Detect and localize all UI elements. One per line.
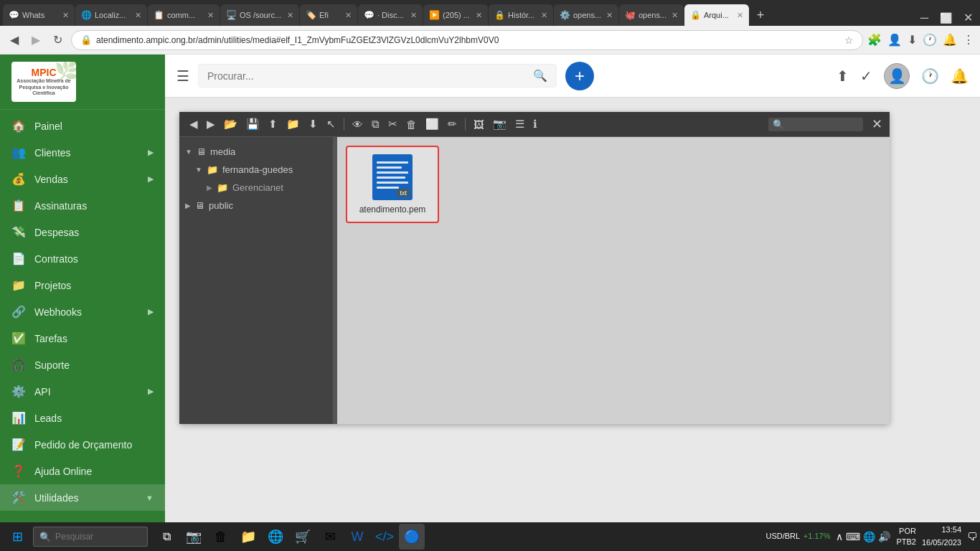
tab-disc[interactable]: 💬 · Disc... ✕ — [358, 4, 423, 26]
fm-cut-button[interactable]: ✂ — [385, 116, 400, 132]
fm-search-input[interactable] — [787, 119, 859, 129]
fm-save-button[interactable]: 💾 — [243, 116, 263, 132]
taskbar-app-store[interactable]: 🛒 — [290, 524, 316, 550]
tab-close-icon[interactable]: ✕ — [672, 11, 678, 20]
taskbar-app-vscode[interactable]: </> — [372, 524, 397, 550]
fm-back-button[interactable]: ◀ — [187, 116, 201, 132]
fm-view-button[interactable]: 👁 — [349, 117, 366, 132]
fm-folder-open-button[interactable]: 📂 — [221, 116, 240, 132]
sidebar-item-ajuda[interactable]: ❓ Ajuda Online — [0, 458, 165, 484]
fm-pointer-button[interactable]: ↖ — [324, 116, 339, 132]
app-search-input[interactable] — [207, 70, 527, 82]
menu-icon[interactable]: ⋮ — [963, 33, 974, 47]
taskbar-app-browser[interactable]: 🔵 — [399, 524, 425, 550]
taskbar-app-taskview[interactable]: ⧉ — [154, 524, 179, 550]
hamburger-button[interactable]: ☰ — [176, 67, 189, 85]
restore-button[interactable]: ⬜ — [936, 11, 956, 25]
taskbar-search-bar[interactable]: 🔍 — [33, 527, 148, 547]
tab-os[interactable]: 🖥️ OS /sourc... ✕ — [220, 4, 299, 26]
new-tab-button[interactable]: + — [750, 4, 771, 26]
taskbar-search-input[interactable] — [55, 532, 127, 542]
sidebar-item-assinaturas[interactable]: 📋 Assinaturas — [0, 192, 165, 219]
taskbar-app-edge[interactable]: 🌐 — [263, 524, 288, 550]
taskbar-app-files[interactable]: 📁 — [235, 524, 261, 550]
fm-rename-button[interactable]: ✏ — [445, 116, 460, 132]
share-icon[interactable]: ⬆ — [837, 67, 849, 85]
sidebar-item-painel[interactable]: 🏠 Painel — [0, 113, 165, 139]
tab-efi[interactable]: 🏷️ Efi ✕ — [300, 4, 357, 26]
taskbar-app-trash[interactable]: 🗑 — [208, 524, 234, 550]
tab-close-icon[interactable]: ✕ — [287, 11, 293, 20]
extensions-icon[interactable]: 🧩 — [867, 33, 882, 47]
sidebar-item-clientes[interactable]: 👥 Clientes ▶ — [0, 139, 165, 166]
taskbar-app-word[interactable]: W — [344, 524, 370, 550]
tab-opens1[interactable]: ⚙️ opens... ✕ — [554, 4, 618, 26]
sync-icon[interactable]: ⬇ — [908, 33, 917, 47]
taskbar-app-mail[interactable]: ✉ — [317, 524, 343, 550]
fm-tree-item-public[interactable]: ▶ 🖥 public — [179, 197, 333, 215]
sidebar-item-contratos[interactable]: 📄 Contratos — [0, 245, 165, 272]
clock-icon[interactable]: 🕐 — [921, 67, 939, 85]
forward-button[interactable]: ▶ — [27, 30, 44, 50]
tab-close-icon[interactable]: ✕ — [410, 11, 417, 20]
avatar[interactable]: 👤 — [884, 63, 910, 89]
tab-local[interactable]: 🌐 Localiz... ✕ — [75, 4, 147, 26]
taskbar-app-camera[interactable]: 📷 — [181, 524, 207, 550]
back-button[interactable]: ◀ — [6, 30, 23, 50]
address-bar[interactable]: 🔒 ☆ — [71, 30, 863, 50]
fm-new-folder-button[interactable]: 📁 — [283, 116, 303, 132]
sidebar-item-suporte[interactable]: 🎧 Suporte — [0, 352, 165, 378]
fm-list-button[interactable]: ☰ — [512, 116, 527, 132]
sidebar-item-vendas[interactable]: 💰 Vendas ▶ — [0, 166, 165, 192]
address-input[interactable] — [96, 35, 840, 45]
fm-tree-item-fernanda[interactable]: ▼ 📁 fernanda-guedes — [179, 161, 333, 179]
add-action-button[interactable]: + — [565, 62, 594, 90]
fm-copy-button[interactable]: ⧉ — [369, 116, 382, 132]
fm-search-bar[interactable]: 🔍 — [768, 118, 863, 131]
fm-forward-button[interactable]: ▶ — [204, 116, 218, 132]
sidebar-item-orcamento[interactable]: 📝 Pedido de Orçamento — [0, 431, 165, 458]
tab-youtube[interactable]: ▶️ (205) ... ✕ — [423, 4, 488, 26]
history-icon[interactable]: 🕐 — [923, 33, 937, 47]
tab-close-icon[interactable]: ✕ — [345, 11, 352, 20]
fm-tree-item-gerencianet[interactable]: ▶ 📁 Gerencianet — [179, 179, 333, 197]
keyboard-icon[interactable]: ⌨ — [846, 531, 860, 542]
tab-close-icon[interactable]: ✕ — [62, 11, 69, 20]
file-item-atendimento[interactable]: txt atendimento.pem — [346, 146, 439, 223]
sidebar-item-projetos[interactable]: 📁 Projetos — [0, 272, 165, 298]
sidebar-item-webhooks[interactable]: 🔗 Webhooks ▶ — [0, 298, 165, 325]
sidebar-item-utilidades[interactable]: 🛠️ Utilidades ▼ — [0, 484, 165, 511]
tab-close-icon[interactable]: ✕ — [541, 11, 547, 20]
sidebar-item-tarefas[interactable]: ✅ Tarefas — [0, 325, 165, 352]
sidebar-item-api[interactable]: ⚙️ API ▶ — [0, 378, 165, 405]
notifications-icon[interactable]: 🔔 — [943, 33, 957, 47]
fm-close-button[interactable]: ✕ — [872, 116, 882, 132]
notification-icon[interactable]: 🗨 — [967, 531, 977, 542]
minimize-button[interactable]: ─ — [916, 10, 933, 26]
fm-img1-button[interactable]: 🖼 — [471, 117, 487, 132]
fm-img2-button[interactable]: 📷 — [490, 116, 509, 132]
fm-dup-button[interactable]: ⬜ — [423, 116, 442, 132]
account-icon[interactable]: 👤 — [887, 33, 902, 47]
close-button[interactable]: ✕ — [959, 9, 977, 26]
start-button[interactable]: ⊞ — [3, 524, 32, 549]
app-search-bar[interactable]: 🔍 — [198, 64, 557, 88]
sidebar-item-leads[interactable]: 📊 Leads — [0, 405, 165, 431]
fm-upload-button[interactable]: ⬆ — [265, 116, 281, 132]
tab-close-icon[interactable]: ✕ — [606, 11, 613, 20]
chevron-up-icon[interactable]: ∧ — [836, 531, 843, 542]
tab-histor[interactable]: 🔒 Histór... ✕ — [489, 4, 553, 26]
bookmark-icon[interactable]: ☆ — [844, 34, 854, 46]
tab-arquivo[interactable]: 🔒 Arqui... ✕ — [684, 4, 749, 26]
tab-comm[interactable]: 📋 comm... ✕ — [148, 4, 220, 26]
tab-whatsapp[interactable]: 💬 Whats ✕ — [3, 4, 75, 26]
tab-close-icon[interactable]: ✕ — [476, 11, 482, 20]
sidebar-item-despesas[interactable]: 💸 Despesas — [0, 219, 165, 245]
bell-icon[interactable]: 🔔 — [951, 67, 969, 85]
fm-tree-item-media[interactable]: ▼ 🖥 media — [179, 143, 333, 161]
fm-delete-button[interactable]: 🗑 — [403, 117, 420, 132]
tab-close-icon[interactable]: ✕ — [135, 11, 141, 20]
fm-info-button[interactable]: ℹ — [530, 116, 540, 132]
volume-icon[interactable]: 🔊 — [878, 531, 890, 542]
tab-opens2[interactable]: 🐙 opens... ✕ — [619, 4, 684, 26]
